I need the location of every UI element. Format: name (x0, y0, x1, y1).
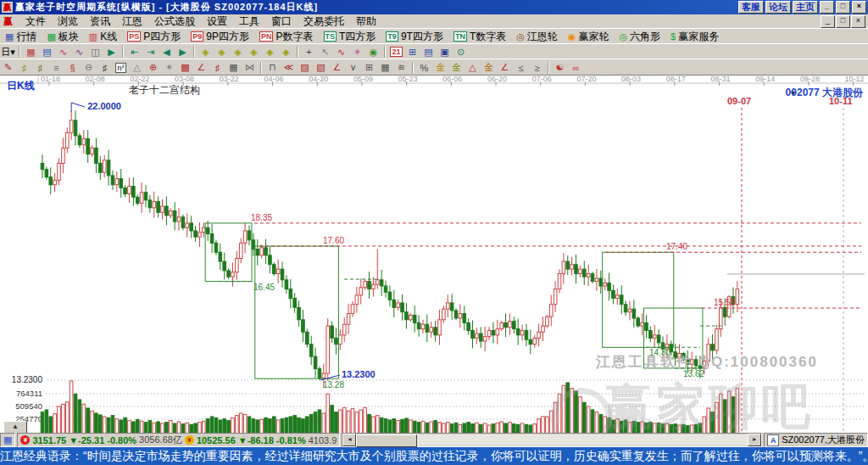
menu-item-0[interactable]: 文件 (19, 14, 52, 29)
draw-gann-angle-icon[interactable]: ∠ (329, 61, 345, 75)
menu-item-4[interactable]: 公式选股 (148, 14, 201, 29)
menu-item-7[interactable]: 窗口 (265, 14, 298, 29)
child-restore-button[interactable]: □ (836, 15, 850, 28)
draw-star-tool-icon[interactable]: ✶ (161, 61, 177, 75)
close-button[interactable]: × (852, 1, 866, 14)
menu-item-1[interactable]: 浏览 (52, 14, 84, 29)
view-zoom-5-icon[interactable]: ◈ (262, 45, 278, 59)
menu-item-6[interactable]: 工具 (233, 14, 265, 29)
child-close-button[interactable]: × (851, 15, 865, 28)
view-prev-bar-icon[interactable]: ◀ (159, 45, 175, 59)
draw-percent-tool-icon[interactable]: % (416, 61, 432, 75)
toolbar-main-P四方形[interactable]: PSP四方形 (122, 30, 186, 44)
toolbar-main-K线[interactable]: ▥K线 (84, 30, 122, 44)
minimize-button[interactable]: _ (820, 1, 834, 14)
view-play-flag-icon[interactable]: ▶ (103, 45, 120, 59)
view-globe-sync-icon[interactable]: ⊙ (453, 45, 469, 59)
draw-angle-2-icon[interactable]: ∠ (497, 61, 513, 75)
view-first-bar-icon[interactable]: ⇤ (126, 45, 142, 59)
view-sphere-tool-icon[interactable]: ◉ (365, 45, 381, 59)
menu-item-2[interactable]: 资讯 (84, 14, 116, 29)
view-calendar-21-icon[interactable]: 21 (388, 45, 404, 59)
view-pointer-icon[interactable]: ↖ (317, 45, 333, 59)
draw-gold-ratio-1-icon[interactable]: 金 (432, 61, 448, 75)
view-wave-tool-icon[interactable]: ∿ (333, 45, 349, 59)
view-last-bar-icon[interactable]: ⇥ (142, 45, 159, 59)
toolbar-main-板块[interactable]: ▩板块 (42, 30, 83, 44)
view-flower-tool-icon[interactable]: ✶ (349, 45, 365, 59)
child-minimize-button[interactable]: _ (821, 15, 835, 28)
view-info-page-icon[interactable]: ▤ (39, 45, 55, 59)
draw-ellipse-tool-icon[interactable]: ⊖ (81, 61, 97, 75)
draw-red-grid-icon[interactable]: ♯ (209, 61, 225, 75)
draw-red-triangle-icon[interactable]: △ (465, 61, 481, 75)
toolbar-main-9P四方形[interactable]: P99P四方形 (186, 30, 254, 44)
view-trend-alt-icon[interactable]: ∿ (71, 45, 87, 59)
toolbar-main-P数字表[interactable]: PNP数字表 (254, 30, 319, 44)
toolbar-main-六角形[interactable]: ◎六角形 (614, 30, 665, 44)
toolbar-main-行情[interactable]: ▦行情 (0, 30, 42, 44)
view-market-grid-icon[interactable]: ▦ (23, 45, 39, 59)
menu-item-5[interactable]: 设置 (201, 14, 233, 29)
draw-gold-ratio-2-icon[interactable]: 金 (448, 61, 465, 75)
view-zoom-3-icon[interactable]: ◈ (230, 45, 246, 59)
toolbar-main-T数字表[interactable]: TNT数字表 (448, 30, 511, 44)
view-trend-small-icon[interactable]: ∿ (55, 45, 71, 59)
scroll-track[interactable] (356, 434, 748, 445)
view-zoom-1-icon[interactable]: ◈ (198, 45, 214, 59)
view-split-view-icon[interactable]: ◫ (87, 45, 103, 59)
draw-box-grid-icon[interactable]: ▦ (225, 61, 242, 75)
draw-levels-tool-icon[interactable]: ≡ (48, 61, 64, 75)
keyboard-icon[interactable]: ▦ (0, 433, 15, 447)
view-zoom-2-icon[interactable]: ◈ (214, 45, 230, 59)
draw-hatch-1-icon[interactable]: ▨ (297, 61, 313, 75)
draw-window-grid-icon[interactable]: ⊞ (361, 61, 377, 75)
toolbar-main-T四方形[interactable]: TST四方形 (319, 30, 381, 44)
view-zoom-4-icon[interactable]: ◈ (246, 45, 262, 59)
draw-grid-tool-1-icon[interactable]: ♯ (16, 61, 32, 75)
view-calculator-icon[interactable]: ⊞ (404, 45, 420, 59)
draw-pencil-icon[interactable]: ✎ (0, 61, 16, 75)
restore-button[interactable]: □ (836, 1, 850, 14)
zhuye-button[interactable]: 主页 (793, 1, 818, 14)
toolbar-main-赢家轮[interactable]: ◉赢家轮 (563, 30, 615, 44)
draw-spiral-tool-icon[interactable]: § (64, 61, 81, 75)
menu-item-9[interactable]: 帮助 (350, 14, 382, 29)
draw-grid-tool-2-icon[interactable]: ♯ (32, 61, 48, 75)
view-save-disk-icon[interactable]: ▣ (437, 45, 453, 59)
view-zoom-6-icon[interactable]: ◈ (278, 45, 294, 59)
toolbar-main-赢家服务[interactable]: $赢家服务 (665, 30, 724, 44)
draw-infinity-icon[interactable]: ∞ (568, 61, 584, 75)
toolbar-main-江恩轮[interactable]: ◎江恩轮 (511, 30, 563, 44)
draw-slope-tool-2-icon[interactable]: ≥ (529, 61, 545, 75)
view-crosshair-icon[interactable]: + (301, 45, 317, 59)
menu-item-8[interactable]: 交易委托 (298, 14, 350, 29)
draw-angle-tool-icon[interactable]: ∠ (193, 61, 209, 75)
draw-gann-grid-icon[interactable]: ♯ (97, 61, 113, 75)
draw-check-tool-icon[interactable]: ∨ (345, 61, 361, 75)
index-summary[interactable]: ¥ 3151.75 ▼-25.31 -0.80% 3056.68亿 ¥ 1052… (17, 433, 340, 447)
scroll-right-arrow[interactable]: ► (748, 434, 761, 446)
draw-fan-lines-icon[interactable]: ≪ (281, 61, 297, 75)
luntan-button[interactable]: 论坛 (765, 1, 791, 14)
draw-yinyang-icon[interactable]: ☯ (552, 61, 568, 75)
view-next-bar-icon[interactable]: ▶ (175, 45, 191, 59)
draw-waves-tool-icon[interactable]: ≋ (393, 61, 409, 75)
draw-square-n-icon[interactable]: n² (113, 61, 129, 75)
current-stock-segment[interactable]: A SZ002077,大港股份 (764, 433, 868, 447)
scroll-thumb[interactable] (356, 434, 417, 447)
kline-chart[interactable]: 01-1802-0802-2203-0803-2204-0604-2005-09… (0, 76, 868, 434)
draw-circle-cross-icon[interactable]: ⊕ (145, 61, 161, 75)
draw-triangle-tool-icon[interactable]: △ (129, 61, 145, 75)
draw-shade-grid-icon[interactable]: ▩ (177, 61, 193, 75)
view-period-day-icon[interactable]: 日▾ (0, 45, 16, 59)
kefu-button[interactable]: 客服 (738, 1, 764, 14)
scroll-left-arrow[interactable]: ◄ (342, 434, 356, 446)
draw-bracket-tool-icon[interactable]: ⊓ (264, 61, 281, 75)
draw-slope-tool-icon[interactable]: ≤ (513, 61, 529, 75)
volume-expand-button[interactable]: ▲ (3, 421, 27, 434)
draw-matrix-grid-icon[interactable]: ▦ (377, 61, 393, 75)
toolbar-main-9T四方形[interactable]: T99T四方形 (381, 30, 448, 44)
menu-item-3[interactable]: 江恩 (116, 14, 148, 29)
draw-hatch-2-icon[interactable]: ▧ (313, 61, 329, 75)
